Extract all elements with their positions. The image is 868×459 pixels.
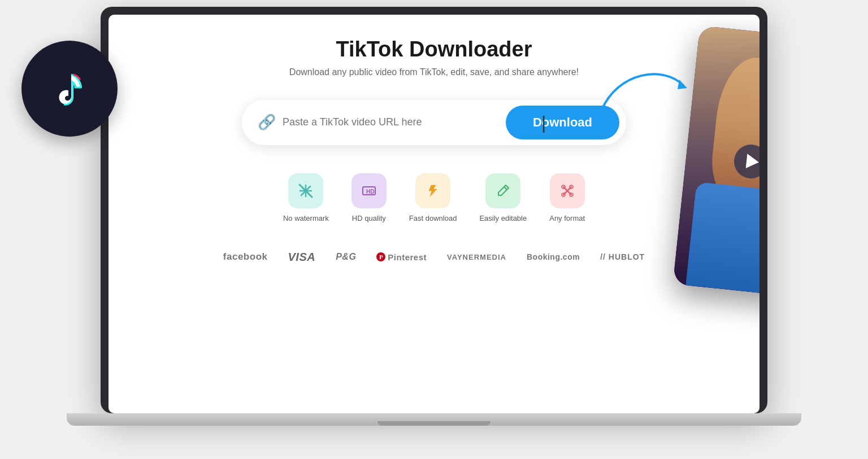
laptop-wrapper: TikTok Downloader Download any public vi… — [67, 7, 801, 453]
brand-pinterest: P Pinterest — [376, 252, 427, 262]
pinterest-logo: P — [376, 252, 385, 261]
no-watermark-icon — [297, 182, 314, 199]
hd-icon-box: HD — [351, 173, 387, 208]
brand-pg: P&G — [336, 252, 356, 262]
svg-line-8 — [504, 187, 507, 190]
feature-no-watermark: No watermark — [283, 173, 329, 222]
edit-icon-box — [485, 173, 520, 208]
no-watermark-icon-box — [288, 173, 323, 208]
text-cursor: | — [541, 112, 546, 133]
brand-facebook: facebook — [223, 251, 268, 263]
feature-fast-download: Fast download — [409, 173, 457, 222]
fast-label: Fast download — [409, 214, 457, 222]
feature-hd-quality: HD HD quality — [351, 173, 387, 222]
tiktok-logo — [21, 41, 118, 137]
page-subtitle: Download any public video from TikTok, e… — [289, 67, 579, 77]
hd-label: HD quality — [352, 214, 386, 222]
fast-icon — [424, 182, 441, 199]
brand-booking: Booking.com — [527, 252, 580, 261]
page-title: TikTok Downloader — [336, 37, 532, 62]
laptop-screen: TikTok Downloader Download any public vi… — [101, 7, 767, 413]
format-icon — [559, 182, 576, 199]
hd-icon: HD — [361, 182, 377, 199]
laptop-screen-content: TikTok Downloader Download any public vi… — [108, 15, 760, 413]
laptop-base — [67, 413, 801, 426]
fast-icon-box — [415, 173, 450, 208]
search-bar: 🔗 | Download — [242, 100, 626, 145]
brand-hublot: // HUBLOT — [600, 252, 645, 261]
brand-vaynermedia: VAYNERMEDIA — [447, 253, 506, 261]
brand-visa: VISA — [288, 251, 315, 264]
any-format-label: Any format — [549, 214, 585, 222]
format-icon-box — [550, 173, 585, 208]
features-row: No watermark HD HD quality — [283, 173, 585, 222]
edit-icon — [494, 182, 511, 199]
blue-arrow — [590, 60, 692, 130]
feature-easily-editable: Easily editable — [479, 173, 527, 222]
feature-any-format: Any format — [549, 173, 585, 222]
svg-text:HD: HD — [366, 189, 374, 195]
no-watermark-label: No watermark — [283, 214, 329, 222]
brands-row: facebook VISA P&G P Pinterest VAYNERMEDI… — [223, 251, 645, 264]
svg-text:P: P — [379, 253, 383, 260]
url-input[interactable] — [283, 116, 499, 128]
edit-label: Easily editable — [479, 214, 527, 222]
svg-marker-0 — [678, 80, 687, 89]
link-icon: 🔗 — [258, 113, 276, 131]
